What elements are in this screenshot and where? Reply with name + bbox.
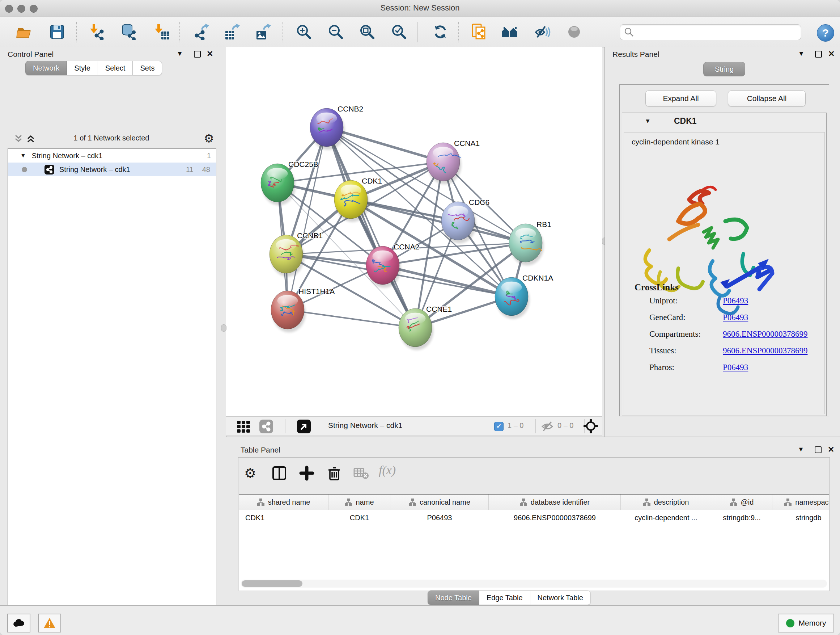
column-header-namespace[interactable]: namespace <box>772 494 829 510</box>
table-cell[interactable]: CDK1 <box>239 510 328 526</box>
table-panel-title: Table Panel <box>240 446 280 454</box>
panel-float-icon[interactable] <box>815 51 822 57</box>
memory-label: Memory <box>799 619 826 627</box>
network-node-CCNB1[interactable] <box>270 235 304 277</box>
open-session-icon[interactable] <box>16 24 33 40</box>
column-header-label: description <box>654 498 689 507</box>
expand-all-button[interactable]: Expand All <box>645 90 716 106</box>
window-title: Session: New Session <box>0 3 840 13</box>
panel-menu-icon[interactable]: ▼ <box>798 446 804 453</box>
fit-selected-crosshair-icon[interactable] <box>583 418 599 434</box>
import-network-database-icon[interactable] <box>120 24 137 40</box>
network-node-CCNE1[interactable] <box>399 309 433 350</box>
control-panel-tabs: Network Style Select Sets <box>25 61 162 75</box>
tab-node-table[interactable]: Node Table <box>428 591 479 605</box>
table-row[interactable]: CDK1CDK1P064939606.ENSP00000378699cyclin… <box>239 510 829 526</box>
network-node-RB1[interactable] <box>509 224 544 265</box>
search-input[interactable] <box>636 25 797 39</box>
tab-edge-table[interactable]: Edge Table <box>479 591 531 605</box>
column-header-name[interactable]: name <box>328 494 390 510</box>
hide-details-eye-icon[interactable] <box>534 24 551 40</box>
left-splitter-handle[interactable] <box>221 325 226 332</box>
save-session-icon[interactable] <box>49 24 65 40</box>
zoom-in-icon[interactable] <box>295 24 312 40</box>
control-panel: Control Panel ▼ ✕ Network Style Select S… <box>0 47 226 605</box>
collapse-all-button[interactable]: Collapse All <box>728 90 806 106</box>
network-list-toolbar: 1 of 1 Network selected ⚙ <box>6 130 216 149</box>
table-cell[interactable]: 9606.ENSP00000378699 <box>489 510 621 526</box>
network-node-CDK1[interactable] <box>334 180 369 222</box>
selected-checkbox-icon[interactable]: ✓ <box>494 422 504 431</box>
cloud-button[interactable] <box>7 614 30 632</box>
panel-menu-icon[interactable]: ▼ <box>177 50 183 57</box>
column-header-canonical-name[interactable]: canonical name <box>390 494 489 510</box>
network-canvas[interactable]: CCNB2CCNA1CDC25BCDK1CDC6RB1CCNB1CCNA2CDK… <box>226 47 602 416</box>
table-gear-icon[interactable]: ⚙ <box>244 466 256 481</box>
network-row[interactable]: String Network – cdk1 11 48 <box>8 163 216 176</box>
import-network-file-icon[interactable] <box>88 24 105 40</box>
table-cell[interactable]: stringdb <box>772 510 829 526</box>
open-in-window-icon[interactable] <box>297 420 311 433</box>
crosslink-link[interactable]: P06493 <box>723 296 748 306</box>
gene-entry-header[interactable]: ▼ CDK1 <box>622 113 826 131</box>
export-image-icon[interactable] <box>254 24 271 40</box>
string-results-box: Expand All Collapse All ▼ CDK1 cyclin-de… <box>619 84 829 416</box>
clone-network-icon[interactable] <box>471 24 488 40</box>
network-list-gear-icon[interactable]: ⚙ <box>204 131 214 145</box>
table-cell[interactable]: stringdb:9... <box>711 510 772 526</box>
add-column-icon[interactable] <box>299 466 314 481</box>
export-network-icon[interactable] <box>193 24 209 40</box>
tab-select[interactable]: Select <box>98 61 133 75</box>
collapse-entry-icon[interactable]: ▼ <box>645 118 651 125</box>
network-node-CDKN1A[interactable] <box>495 277 530 319</box>
help-button[interactable]: ? <box>817 24 834 42</box>
warnings-button[interactable] <box>38 614 61 632</box>
panel-float-icon[interactable] <box>194 51 201 57</box>
network-edge[interactable] <box>287 127 327 310</box>
network-edge[interactable] <box>327 127 415 328</box>
delete-column-icon[interactable] <box>327 466 342 481</box>
network-node-HIST1H1A[interactable] <box>271 291 306 333</box>
table-cell[interactable]: cyclin-dependent ... <box>621 510 711 526</box>
tab-style[interactable]: Style <box>67 61 98 75</box>
column-header-shared-name[interactable]: shared name <box>239 494 328 510</box>
crosslink-link[interactable]: P06493 <box>723 363 748 372</box>
zoom-out-icon[interactable] <box>327 24 344 40</box>
zoom-fit-icon[interactable] <box>359 24 376 40</box>
crosslink-link[interactable]: 9606.ENSP00000378699 <box>723 346 808 356</box>
export-table-icon[interactable] <box>223 24 240 40</box>
network-node-CCNA1[interactable] <box>426 143 461 184</box>
birdseye-grid-icon[interactable] <box>236 419 251 434</box>
column-header--id[interactable]: @id <box>711 494 772 510</box>
refresh-icon[interactable] <box>432 24 448 40</box>
panel-menu-icon[interactable]: ▼ <box>798 50 805 57</box>
panel-close-icon[interactable]: ✕ <box>207 49 213 59</box>
tab-string[interactable]: String <box>703 62 745 76</box>
collection-expand-icon[interactable]: ▼ <box>20 152 26 159</box>
panel-close-icon[interactable]: ✕ <box>828 445 834 454</box>
network-collection-row[interactable]: ▼ String Network – cdk1 1 <box>8 149 216 163</box>
table-cell[interactable]: CDK1 <box>328 510 390 526</box>
memory-button[interactable]: Memory <box>778 614 834 632</box>
tab-network[interactable]: Network <box>25 61 67 75</box>
search-field[interactable] <box>620 24 801 40</box>
crosslink-link[interactable]: 9606.ENSP00000378699 <box>723 329 808 339</box>
network-label: String Network – cdk1 <box>59 165 130 174</box>
network-node-CCNB2[interactable] <box>310 108 345 150</box>
horizontal-scrollbar[interactable] <box>241 580 827 587</box>
table-cell[interactable]: P06493 <box>390 510 489 526</box>
network-edge[interactable] <box>287 310 415 328</box>
panel-close-icon[interactable]: ✕ <box>828 49 835 59</box>
import-table-icon[interactable] <box>153 24 170 40</box>
column-header-description[interactable]: description <box>621 494 711 510</box>
column-header-database-identifier[interactable]: database identifier <box>489 494 621 510</box>
crosslink-link[interactable]: P06493 <box>723 313 748 322</box>
zoom-selected-icon[interactable] <box>391 24 407 40</box>
panel-float-icon[interactable] <box>815 447 821 453</box>
tab-sets[interactable]: Sets <box>133 61 162 75</box>
show-columns-icon[interactable] <box>272 466 287 481</box>
scrollbar-thumb[interactable] <box>242 580 302 587</box>
tab-network-table[interactable]: Network Table <box>531 591 591 605</box>
home-neighbors-icon[interactable] <box>501 24 518 40</box>
share-panel-icon[interactable] <box>259 420 273 433</box>
